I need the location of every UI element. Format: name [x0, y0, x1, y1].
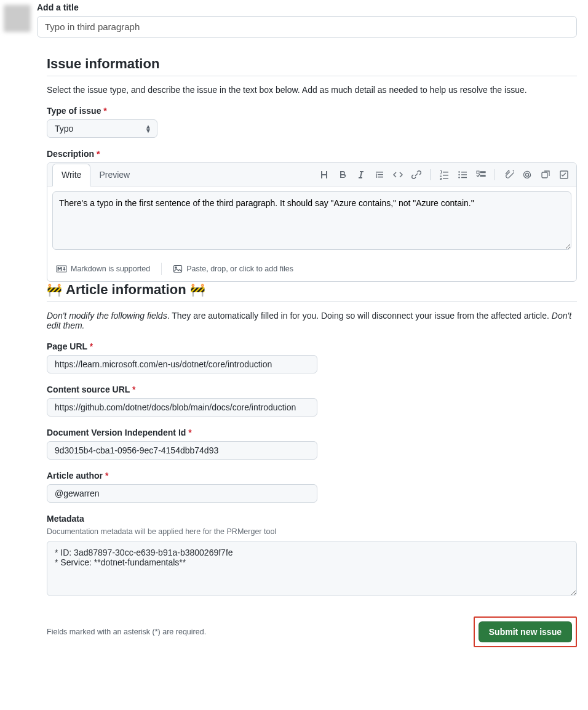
metadata-textarea[interactable] [47, 541, 577, 596]
article-info-heading: 🚧 Article information 🚧 [47, 282, 577, 302]
metadata-help-text: Documentation metadata will be applied h… [47, 527, 577, 536]
tab-preview[interactable]: Preview [90, 163, 138, 186]
attach-files-link[interactable]: Paste, drop, or click to add files [173, 264, 293, 274]
svg-point-2 [458, 177, 459, 178]
mention-icon[interactable] [522, 170, 532, 180]
doc-version-id-label: Document Version Independent Id * [47, 428, 577, 437]
content-source-url-label: Content source URL * [47, 385, 577, 394]
avatar [4, 5, 31, 32]
description-label: Description * [47, 149, 577, 159]
title-label: Add a title [37, 2, 577, 12]
quote-icon[interactable] [375, 170, 384, 180]
article-info-note: Don't modify the following fields. They … [47, 311, 577, 330]
svg-point-9 [175, 267, 177, 268]
svg-point-1 [458, 174, 459, 175]
task-list-icon[interactable] [476, 170, 486, 180]
ordered-list-icon[interactable] [439, 170, 449, 180]
attach-icon[interactable] [504, 170, 514, 180]
required-fields-footnote: Fields marked with an asterisk (*) are r… [47, 628, 206, 636]
svg-rect-3 [477, 171, 479, 174]
saved-reply-icon[interactable] [559, 170, 569, 180]
bold-icon[interactable] [338, 170, 348, 180]
cross-reference-icon[interactable] [541, 170, 550, 180]
svg-rect-8 [174, 266, 182, 273]
doc-version-id-input[interactable] [47, 441, 317, 460]
page-url-label: Page URL * [47, 341, 577, 351]
markdown-supported-link[interactable]: Markdown is supported [56, 265, 150, 273]
tab-write[interactable]: Write [52, 164, 90, 186]
content-source-url-input[interactable] [47, 398, 317, 417]
issue-info-heading: Issue information [47, 56, 577, 76]
link-icon[interactable] [411, 170, 421, 180]
submit-new-issue-button[interactable]: Submit new issue [479, 621, 572, 642]
svg-point-0 [458, 171, 459, 172]
type-of-issue-select[interactable]: Typo [47, 119, 157, 138]
issue-info-description: Select the issue type, and describe the … [47, 85, 577, 95]
page-url-input[interactable] [47, 355, 317, 373]
construction-icon: 🚧 [190, 282, 205, 297]
description-editor: Write Preview [47, 162, 577, 282]
metadata-label: Metadata [47, 514, 577, 524]
heading-icon[interactable] [319, 170, 329, 180]
description-textarea[interactable] [52, 191, 571, 250]
svg-point-4 [526, 173, 529, 176]
type-of-issue-label: Type of issue * [47, 106, 577, 116]
code-icon[interactable] [393, 170, 403, 180]
italic-icon[interactable] [356, 170, 366, 180]
article-author-input[interactable] [47, 484, 317, 503]
article-author-label: Article author * [47, 471, 577, 481]
svg-rect-5 [542, 172, 547, 178]
title-input[interactable] [37, 16, 577, 38]
construction-icon: 🚧 [47, 282, 62, 297]
unordered-list-icon[interactable] [458, 170, 467, 180]
submit-highlight: Submit new issue [474, 616, 577, 647]
